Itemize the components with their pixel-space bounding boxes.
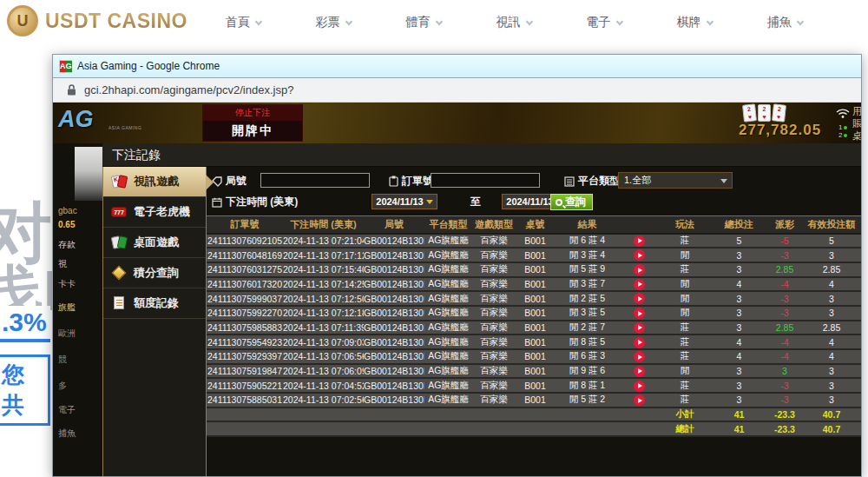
nav-item-3[interactable]: 視訊 — [469, 15, 559, 30]
payout: -3 — [767, 393, 802, 407]
window-titlebar[interactable]: AG Asia Gaming - Google Chrome — [53, 55, 861, 78]
chevron-down-icon — [435, 18, 442, 25]
promo-text: 您共 — [0, 354, 50, 426]
play-replay-button[interactable] — [634, 381, 645, 392]
bet-time: 2024-11-13 07:04:52 — [283, 378, 364, 393]
play-replay-button[interactable] — [634, 279, 645, 290]
chevron-down-icon — [345, 18, 352, 25]
valid-stake: 3 — [802, 291, 861, 306]
chrome-popup-window: AG Asia Gaming - Google Chrome gci.2hhap… — [52, 54, 862, 477]
multi-hall[interactable]: 競 — [58, 354, 67, 366]
round-number: GB00124B130HY — [364, 349, 424, 364]
date-to-label: 至 — [470, 195, 481, 209]
chevron-down-icon — [720, 179, 727, 183]
round-number: GB00124B130HX — [364, 364, 424, 379]
nav-item-5[interactable]: 棋牌 — [649, 15, 740, 30]
search-button[interactable]: 查詢 — [550, 194, 593, 210]
platform-type: AG旗艦廳 — [424, 349, 472, 364]
deposit-button[interactable]: 存款 — [58, 239, 76, 251]
table-row: 2411130759990372024-11-13 07:12:50 GB001… — [207, 291, 861, 306]
table-number: B001 — [516, 335, 555, 349]
round-number: GB00124B130IC — [364, 262, 424, 277]
status-dot-icon — [844, 134, 847, 137]
menu-item-2[interactable]: 桌面遊戲 — [103, 228, 206, 258]
menu-item-4[interactable]: 額度記錄 — [103, 288, 206, 319]
fishing-link[interactable]: 捕魚 — [58, 427, 76, 440]
url-bar[interactable]: gci.2hhapi.com/agingame/pcv2/index.jsp? — [53, 78, 861, 103]
column-header: 玩法 — [659, 216, 711, 234]
menu-item-0[interactable]: K視訊遊戲 — [103, 167, 206, 197]
play-replay-button[interactable] — [634, 322, 645, 334]
round-input[interactable] — [260, 173, 370, 188]
platform-type-select[interactable]: 1.全部 — [618, 172, 733, 189]
bet-time: 2024-11-13 07:09:03 — [283, 335, 364, 349]
play-replay-button[interactable] — [634, 394, 645, 406]
game-type: 百家樂 — [472, 262, 516, 277]
result: 閒 6 莊 4 — [555, 234, 620, 248]
nav-item-2[interactable]: 體育 — [378, 15, 469, 30]
side-menu-item[interactable]: 用 — [852, 105, 861, 117]
play-replay-button[interactable] — [634, 337, 645, 348]
bet-time: 2024-11-13 07:06:56 — [283, 349, 364, 364]
bet-type: 莊 — [659, 234, 711, 248]
playing-card-icon: 2♥ — [742, 103, 757, 122]
list-icon — [564, 176, 575, 187]
order-number: 241113075992270 — [207, 306, 283, 321]
payout: -3 — [767, 378, 802, 393]
total-stake: 3 — [711, 393, 767, 407]
europe-hall[interactable]: 歐洲 — [58, 328, 76, 340]
logo-badge-icon: U — [7, 5, 38, 36]
nav-item-1[interactable]: 彩票 — [288, 15, 378, 30]
result: 閒 3 莊 7 — [555, 277, 620, 292]
bet-type: 莊 — [659, 262, 711, 277]
play-replay-button[interactable] — [634, 308, 645, 319]
balance[interactable]: 0.65 — [58, 220, 75, 229]
nav-item-6[interactable]: 捕魚 — [740, 15, 830, 30]
side-menu-item[interactable]: 桌 — [852, 129, 861, 142]
date-from-select[interactable]: 2024/11/13 — [372, 194, 437, 209]
order-number: 241113075999037 — [207, 291, 283, 306]
video-tab[interactable]: 視 — [58, 258, 67, 270]
play-replay-button[interactable] — [634, 264, 645, 275]
result: 閒 3 莊 4 — [555, 248, 620, 262]
username[interactable]: gbac — [58, 206, 77, 215]
game-type: 百家樂 — [472, 248, 516, 262]
valid-stake: 2.85 — [802, 262, 861, 277]
result: 閒 5 莊 2 — [555, 393, 620, 407]
ag-logo: AG — [58, 106, 94, 133]
table-row: 2411130759922702024-11-13 07:12:18 GB001… — [207, 306, 861, 321]
play-replay-button[interactable] — [634, 249, 645, 261]
nav-item-4[interactable]: 電子 — [559, 15, 649, 30]
payout: -4 — [767, 335, 802, 349]
nav-item-0[interactable]: 首頁 — [198, 15, 288, 30]
total-stake: 3 — [711, 248, 767, 262]
result: 閒 8 莊 5 — [555, 335, 620, 349]
menu-item-1[interactable]: 777電子老虎機 — [103, 197, 206, 228]
total-stake: 3 — [711, 291, 767, 306]
multi-table[interactable]: 多 — [58, 380, 67, 392]
play-replay-button[interactable] — [634, 235, 645, 247]
table-row: 2411130759198472024-11-13 07:06:09 GB001… — [207, 364, 861, 379]
platform-type: AG旗艦廳 — [424, 378, 472, 393]
side-menu-item[interactable]: 賬 — [852, 117, 861, 129]
window-title: Asia Gaming - Google Chrome — [77, 60, 220, 72]
flagship-hall[interactable]: 旗艦 — [58, 301, 76, 314]
chevron-down-icon — [796, 18, 803, 25]
play-replay-button[interactable] — [634, 366, 645, 377]
order-number: 241113076031275 — [207, 262, 283, 277]
quota-record-icon — [110, 295, 128, 311]
slots-link[interactable]: 電子 — [58, 404, 76, 416]
lobby-tab[interactable]: 卡卡 — [58, 278, 76, 290]
table-row: 2411130760173202024-11-13 07:14:25 GB001… — [207, 277, 861, 292]
result: 閒 9 莊 6 — [555, 364, 620, 379]
game-status-box: 停止下注 開牌中 — [202, 104, 303, 142]
menu-item-3[interactable]: 積分查詢 — [103, 258, 206, 288]
valid-stake: 3 — [802, 306, 861, 321]
play-replay-button[interactable] — [634, 351, 645, 362]
result: 閒 2 莊 7 — [555, 321, 620, 335]
play-replay-button[interactable] — [634, 293, 645, 304]
site-logo[interactable]: U USDT CASINO — [7, 5, 187, 36]
order-label: 訂單號 — [389, 174, 433, 189]
order-input[interactable] — [431, 173, 540, 188]
bet-type: 莊 — [659, 349, 711, 364]
